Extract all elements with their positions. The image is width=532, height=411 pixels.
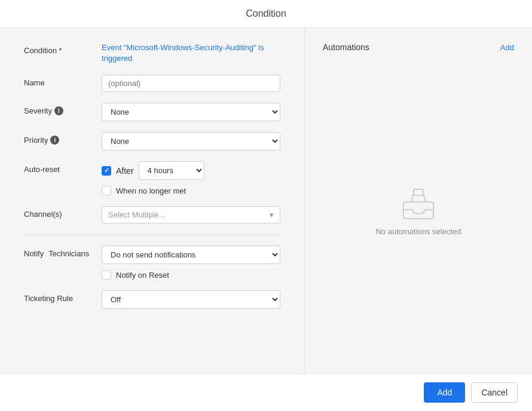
when-no-longer-checkbox[interactable] — [102, 186, 111, 195]
after-label: After — [116, 166, 134, 176]
auto-reset-row: Auto-reset After 4 hours 1 hour 2 hours … — [24, 161, 280, 195]
after-checkbox[interactable] — [102, 166, 111, 176]
page-title: Condition — [0, 0, 532, 28]
condition-value[interactable]: Event "Microsoft-Windows-Security-Auditi… — [102, 43, 264, 63]
divider — [24, 234, 280, 235]
ticketing-label: Ticketing Rule — [24, 290, 102, 303]
empty-automations-text: No automations selected — [375, 227, 461, 236]
add-button[interactable]: Add — [424, 382, 465, 403]
notify-label: Notify Technicians — [24, 246, 102, 258]
condition-row: Condition * Event "Microsoft-Windows-Sec… — [24, 42, 280, 64]
empty-automations: No automations selected — [323, 64, 514, 359]
empty-inbox-icon — [400, 187, 436, 220]
notify-on-reset-checkbox[interactable] — [102, 270, 111, 280]
cancel-button[interactable]: Cancel — [471, 382, 518, 403]
priority-info-icon: i — [50, 136, 59, 145]
channels-chevron-icon: ▾ — [270, 210, 274, 219]
channels-select[interactable]: Select Multiple... ▾ — [102, 206, 280, 223]
channels-placeholder: Select Multiple... — [108, 210, 165, 219]
automations-title: Automations — [323, 42, 369, 52]
footer: Add Cancel — [0, 373, 532, 411]
name-label: Name — [24, 75, 102, 87]
severity-select[interactable]: None Low Medium High Critical — [102, 103, 280, 121]
name-row: Name — [24, 75, 280, 92]
condition-label: Condition * — [24, 42, 102, 55]
notify-row: Notify Technicians Do not send notificat… — [24, 246, 280, 280]
priority-select[interactable]: None Low Medium High — [102, 132, 280, 151]
notify-select[interactable]: Do not send notifications Send notificat… — [102, 246, 280, 264]
automations-header: Automations Add — [323, 42, 514, 52]
automations-add-link[interactable]: Add — [500, 43, 514, 52]
ticketing-select[interactable]: Off On — [102, 290, 280, 309]
severity-info-icon: i — [54, 106, 63, 115]
ticketing-row: Ticketing Rule Off On — [24, 290, 280, 309]
priority-label: Priority i — [24, 132, 102, 145]
channels-label: Channel(s) — [24, 206, 102, 219]
notify-on-reset-label: Notify on Reset — [116, 271, 169, 280]
svg-rect-1 — [414, 189, 423, 195]
severity-label: Severity i — [24, 103, 102, 115]
channels-row: Channel(s) Select Multiple... ▾ — [24, 206, 280, 223]
auto-reset-label: Auto-reset — [24, 161, 102, 174]
severity-row: Severity i None Low Medium High Critical — [24, 103, 280, 121]
hours-select[interactable]: 4 hours 1 hour 2 hours 8 hours 12 hours … — [139, 161, 204, 180]
when-no-longer-label: When no longer met — [116, 186, 186, 195]
name-input[interactable] — [102, 75, 280, 92]
priority-row: Priority i None Low Medium High — [24, 132, 280, 151]
